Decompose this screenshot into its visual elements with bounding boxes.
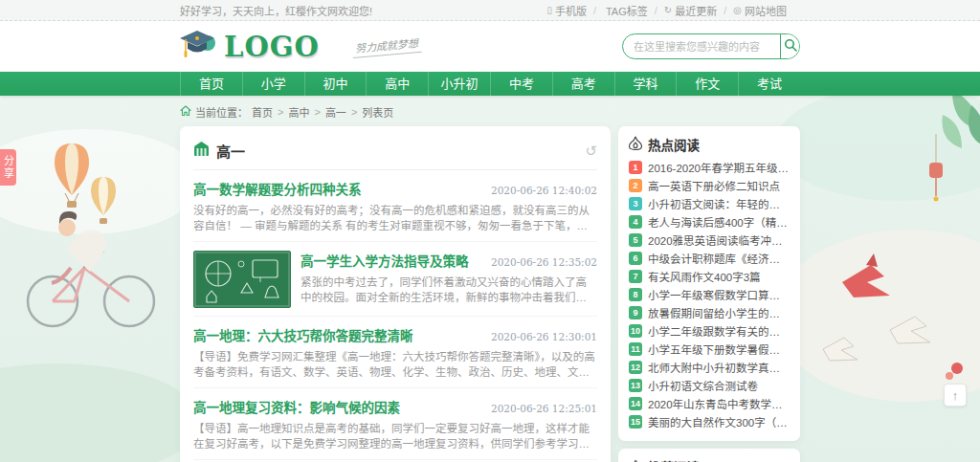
article-list-card: 高一 ↺ 高一数学解题要分析四种关系 2020-06-26 12:40:02 没… — [180, 126, 611, 462]
nav-item[interactable]: 高中 — [366, 72, 428, 96]
rank-badge: 12 — [629, 361, 642, 374]
site-header: LOGO 努力成就梦想 — [0, 21, 980, 72]
separator: / — [593, 5, 596, 16]
paper-cranes-decoration — [823, 253, 963, 380]
recommended-reads-title: 推荐阅读 — [648, 457, 700, 462]
nav-item[interactable]: 学科 — [614, 72, 677, 96]
breadcrumb-link[interactable]: 首页 — [252, 104, 273, 120]
hot-read-item: 1 2016-2020年春学期五年级语文下期末模拟 — [629, 161, 790, 174]
hot-read-link[interactable]: 高一英语下册必修二知识点 — [648, 178, 780, 193]
article-summary: 【导语】免费学习网汇集整理《高一地理：六大技巧帮你答题完整清晰》，以及的高考备考… — [193, 349, 597, 380]
breadcrumb-link[interactable]: 高一 — [325, 104, 346, 120]
hot-read-item: 14 2020年山东青岛中考数学真题（已公布） — [629, 397, 790, 410]
hot-read-link[interactable]: 小升初语文阅读：年轻的国旗 — [648, 196, 790, 211]
hot-read-item: 3 小升初语文阅读：年轻的国旗 — [629, 197, 790, 210]
nav-item[interactable]: 作文 — [676, 72, 738, 96]
article-date: 2020-06-26 12:40:02 — [491, 185, 597, 196]
undo-icon[interactable]: ↺ — [585, 143, 597, 158]
article-title[interactable]: 高一学生入学方法指导及策略 — [301, 251, 469, 270]
hot-read-item: 4 老人与海读后感400字（精选3篇） — [629, 215, 790, 229]
site-logo[interactable]: LOGO 努力成就梦想 — [180, 29, 421, 65]
hot-read-link[interactable]: 2020雅思英语阅读临考冲刺试题附答案 — [648, 232, 790, 248]
article-title[interactable]: 高一地理复习资料：影响气候的因素 — [193, 397, 400, 416]
topbar-link[interactable]: ◎ 网站地图 — [733, 3, 787, 18]
rank-badge: 6 — [629, 252, 642, 265]
topbar-link-icon: ↻ — [664, 5, 672, 15]
rank-badge: 4 — [629, 215, 642, 229]
share-button[interactable]: 分享 — [0, 149, 16, 186]
nav-item[interactable]: 首页 — [180, 72, 242, 96]
nav-item[interactable]: 中考 — [490, 72, 552, 96]
grade-icon — [193, 142, 210, 161]
topbar-link[interactable]: ↻ 最近更新 — [664, 3, 717, 18]
logo-text: LOGO — [224, 31, 320, 63]
hot-read-item: 9 放暑假期间留给小学生的三年级英语作文范文 — [629, 306, 790, 319]
hot-read-item: 7 有关风雨作文400字3篇 — [629, 270, 790, 283]
topbar-link-label: 最近更新 — [675, 3, 717, 18]
article-thumbnail[interactable] — [193, 251, 291, 308]
back-to-top-button[interactable]: ↑ — [944, 384, 967, 407]
rank-badge: 14 — [629, 397, 642, 410]
rank-badge: 3 — [629, 197, 642, 210]
logo-cap-icon — [180, 29, 216, 65]
hot-read-item: 15 美丽的大自然作文300字（精选3篇） — [629, 415, 790, 429]
listing-title: 高一 — [216, 141, 245, 161]
article-list: 高一数学解题要分析四种关系 2020-06-26 12:40:02 没有好的高一… — [193, 170, 597, 462]
hot-read-link[interactable]: 中级会计职称题库《经济法》检测题 — [648, 251, 790, 266]
topbar-link[interactable]: TAG标签 — [603, 3, 648, 18]
hot-read-link[interactable]: 老人与海读后感400字（精选3篇） — [648, 214, 790, 230]
topbar-link-icon: ◎ — [733, 5, 742, 15]
hot-read-link[interactable]: 2020年山东青岛中考数学真题（已公布） — [648, 396, 790, 411]
hot-read-link[interactable]: 放暑假期间留给小学生的三年级英语作文范文 — [648, 305, 790, 320]
article-item: 高一数学解题要分析四种关系 2020-06-26 12:40:02 没有好的高一… — [193, 170, 597, 242]
balloon-decoration — [55, 143, 116, 224]
nav-item[interactable]: 初中 — [304, 72, 367, 96]
topbar-link-label: 手机版 — [555, 3, 587, 18]
article-date: 2020-06-26 12:35:02 — [491, 256, 597, 268]
rank-badge: 9 — [629, 306, 642, 319]
article-title[interactable]: 高一地理：六大技巧帮你答题完整清晰 — [193, 325, 413, 344]
article-item: 高一地理复习资料：影响气候的因素 2020-06-26 12:25:01 【导语… — [193, 388, 597, 460]
article-summary: 【导语】高一地理知识点是高考的基础，同学们一定要复习好高一地理，这样才能在复习好… — [193, 421, 597, 451]
rank-badge: 11 — [629, 342, 642, 356]
hot-read-item: 10 小学二年级跟数学有关的日记 — [629, 324, 790, 338]
separator: > — [314, 106, 320, 118]
search-icon — [784, 38, 797, 55]
lantern-decoration — [929, 134, 943, 202]
hot-read-item: 12 北师大附中小升初数学真题汇编 — [629, 361, 790, 374]
article-date: 2020-06-26 12:25:01 — [491, 403, 597, 414]
hot-reads-title: 热点阅读 — [648, 135, 700, 154]
nav-item[interactable]: 高考 — [552, 72, 614, 96]
search-button[interactable] — [780, 34, 799, 58]
topbar-link-icon: ▯ — [546, 5, 552, 15]
nav-item[interactable]: 考试 — [738, 72, 800, 96]
topbar-link-label: TAG标签 — [606, 3, 648, 18]
breadcrumb-link[interactable]: 高中 — [288, 104, 309, 120]
article-date: 2020-06-26 12:30:01 — [491, 331, 597, 342]
hot-read-link[interactable]: 有关风雨作文400字3篇 — [648, 269, 761, 284]
nav-item[interactable]: 小升初 — [428, 72, 490, 96]
topbar-link[interactable]: ▯ 手机版 — [546, 3, 587, 18]
hot-read-link[interactable]: 小学五年级下册数学暑假作业答案【20-61 — [648, 341, 790, 357]
hot-read-item: 13 小升初语文综合测试卷 — [629, 379, 790, 392]
hot-read-link[interactable]: 小学二年级跟数学有关的日记 — [648, 323, 790, 339]
search-box — [622, 33, 800, 59]
hot-read-item: 5 2020雅思英语阅读临考冲刺试题附答案 — [629, 233, 790, 247]
rank-badge: 7 — [629, 270, 642, 283]
hot-read-link[interactable]: 小学一年级寒假数学口算练习题三篇 — [648, 287, 790, 302]
breadcrumb-label: 当前位置： — [195, 104, 248, 120]
article-summary: 紧张的中考过去了，同学们怀着激动又兴奋的心情踏入了高中的校园。面对全新的生活环境… — [301, 275, 597, 305]
nav-item[interactable]: 小学 — [242, 72, 304, 96]
article-title[interactable]: 高一数学解题要分析四种关系 — [193, 179, 362, 198]
hot-read-item: 11 小学五年级下册数学暑假作业答案【20-61 — [629, 342, 790, 356]
hot-read-link[interactable]: 北师大附中小升初数学真题汇编 — [648, 360, 790, 375]
topbar: 好好学习，天天向上，红樱作文网欢迎您! ▯ 手机版 / — [0, 0, 980, 21]
breadcrumb-link[interactable]: 列表页 — [362, 104, 393, 120]
hot-read-link[interactable]: 美丽的大自然作文300字（精选3篇） — [648, 414, 790, 429]
topbar-links: ▯ 手机版 / TAG标签 / — [546, 3, 800, 18]
hot-read-link[interactable]: 小升初语文综合测试卷 — [648, 378, 758, 393]
rank-badge: 1 — [629, 161, 642, 174]
search-input[interactable] — [623, 34, 780, 58]
hot-reads-card: 热点阅读 1 2016-2020年春学期五年级语文下期末模拟 2 高一英语下册必… — [618, 126, 800, 441]
hot-read-link[interactable]: 2016-2020年春学期五年级语文下期末模拟 — [648, 160, 790, 175]
